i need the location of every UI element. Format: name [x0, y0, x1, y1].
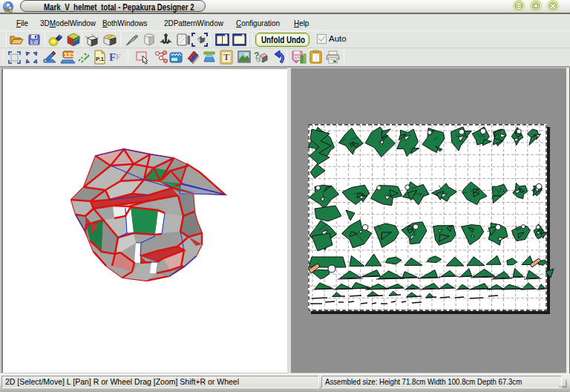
svg-text:F: F: [116, 52, 121, 61]
svg-text:123: 123: [64, 51, 75, 59]
svg-text:T: T: [223, 52, 229, 62]
svg-text:P.1: P.1: [96, 56, 105, 62]
svg-text:F: F: [109, 51, 116, 63]
